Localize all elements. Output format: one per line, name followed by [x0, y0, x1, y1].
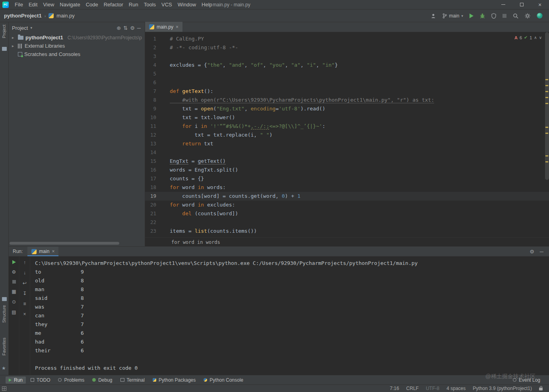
code-line[interactable]: counts = {} — [170, 174, 549, 183]
line-number[interactable]: 9 — [145, 104, 170, 113]
collapse-all-button[interactable]: ⇅ — [123, 25, 128, 31]
line-number[interactable]: 13 — [145, 139, 170, 148]
run-tab-main[interactable]: main × — [27, 247, 58, 256]
chevron-down-icon[interactable]: ▾ — [30, 26, 32, 30]
code-line[interactable]: # -*- coding:utf-8 -*- — [170, 43, 549, 52]
lock-icon[interactable] — [539, 388, 543, 390]
structure-tool-icon[interactable] — [2, 297, 7, 301]
next-problem-button[interactable]: ∨ — [539, 35, 542, 40]
expand-arrow-icon[interactable]: ▸ — [12, 44, 16, 48]
hide-run-panel-button[interactable]: ─ — [540, 249, 543, 255]
print-icon[interactable]: ▤ — [12, 310, 16, 315]
menu-vcs[interactable]: VCS — [159, 1, 175, 8]
menu-navigate[interactable]: Navigate — [57, 1, 83, 8]
line-number[interactable]: 22 — [145, 218, 170, 227]
profile-icon[interactable] — [431, 13, 436, 19]
down-stack-icon[interactable]: ↓ — [23, 270, 26, 275]
code-line[interactable] — [170, 70, 549, 78]
line-number[interactable]: 7 — [145, 87, 170, 96]
editor-scrollbar[interactable] — [545, 32, 549, 180]
context-line[interactable]: for word in words — [171, 239, 220, 245]
line-number[interactable]: 15 — [145, 157, 170, 166]
toolbar-terminal-button[interactable]: Terminal — [117, 377, 148, 384]
line-number[interactable]: 1 — [145, 35, 170, 43]
close-tab-icon[interactable]: × — [52, 249, 54, 254]
line-number[interactable]: 18 — [145, 183, 170, 192]
stop-button[interactable] — [502, 14, 506, 18]
editor-gutter[interactable]: 1234567891011121314151617181920212223 — [145, 32, 170, 238]
breadcrumb-project[interactable]: pythonProject1 — [4, 13, 42, 19]
code-line[interactable]: txt = txt.replace(i, " ") — [170, 131, 549, 139]
toolbar-debug-button[interactable]: Debug — [89, 377, 115, 384]
code-line[interactable] — [170, 78, 549, 87]
line-number[interactable]: 17 — [145, 174, 170, 183]
close-tab-icon[interactable]: × — [176, 24, 178, 30]
code-line[interactable]: # CalEng.PY — [170, 35, 549, 43]
inspections-widget[interactable]: A 6 ✔ 1 ∧ ∨ — [514, 35, 542, 40]
favorites-star-icon[interactable]: ★ — [2, 365, 6, 371]
debug-button[interactable] — [480, 13, 485, 19]
line-number[interactable]: 8 — [145, 96, 170, 104]
line-number[interactable]: 5 — [145, 70, 170, 78]
code-line[interactable]: excludes = {"the", "and", "of", "you", "… — [170, 61, 549, 70]
line-number[interactable]: 23 — [145, 227, 170, 236]
toolbar-todo-button[interactable]: TODO — [27, 377, 53, 384]
code-line[interactable]: words = EngTxt.split() — [170, 166, 549, 174]
run-settings-gear-icon[interactable]: ⚙ — [530, 249, 534, 255]
tree-item-project-root[interactable]: ▸ pythonProject1 C:\Users\92930\PycharmP… — [9, 33, 145, 42]
toolbar-python-console-button[interactable]: Python Console — [200, 377, 246, 384]
code-line[interactable]: EngTxt = getText() — [170, 157, 549, 166]
python-interpreter[interactable]: Python 3.9 (pythonProject1) — [473, 386, 532, 391]
soft-wrap-icon[interactable]: ↩ — [23, 281, 27, 286]
expand-arrow-icon[interactable]: ▸ — [12, 35, 16, 40]
run-settings-icon[interactable]: ⚙ — [12, 270, 16, 274]
restore-layout-icon[interactable]: ▦ — [12, 289, 16, 294]
code-with-me-icon[interactable] — [537, 13, 543, 19]
menu-code[interactable]: Code — [83, 1, 101, 8]
line-number[interactable]: 14 — [145, 148, 170, 157]
menu-refactor[interactable]: Refactor — [101, 1, 126, 8]
code-line[interactable]: def getText(): — [170, 87, 549, 96]
favorites-tool-button[interactable]: Favorites — [2, 338, 6, 355]
menu-file[interactable]: File — [12, 1, 26, 8]
tree-item-external-libraries[interactable]: ▸ External Libraries — [9, 42, 145, 50]
code-line[interactable]: del (counts[word]) — [170, 209, 549, 218]
structure-tool-button[interactable]: Structure — [2, 305, 6, 323]
minimize-button[interactable] — [494, 0, 512, 9]
close-button[interactable]: × — [531, 0, 549, 9]
project-panel-title[interactable]: Project — [12, 25, 28, 31]
line-number[interactable]: 4 — [145, 61, 170, 70]
code-line[interactable]: for word in words: — [170, 183, 549, 192]
project-tool-icon[interactable] — [2, 47, 7, 51]
hide-panel-button[interactable]: ─ — [137, 25, 141, 31]
line-number[interactable]: 11 — [145, 122, 170, 131]
code-line[interactable]: #with open(r"C:\Users\92930\PycharmProje… — [170, 96, 549, 104]
file-encoding[interactable]: UTF-8 — [426, 386, 439, 391]
line-number[interactable]: 21 — [145, 209, 170, 218]
tree-item-scratches[interactable]: Scratches and Consoles — [9, 50, 145, 58]
line-separator[interactable]: CRLF — [406, 386, 419, 391]
caret-position[interactable]: 7:16 — [390, 386, 399, 391]
toolbar-run-button[interactable]: Run — [6, 377, 26, 384]
up-stack-icon[interactable]: ↑ — [23, 260, 26, 265]
editor-tab-main-py[interactable]: main.py × — [145, 22, 182, 32]
toolwindow-switcher-icon[interactable] — [2, 386, 6, 391]
project-hscrollbar[interactable] — [10, 242, 119, 245]
maximize-button[interactable] — [512, 0, 531, 9]
code-line[interactable]: counts[word] = counts.get(word, 0) + 1 — [170, 192, 549, 201]
indent-setting[interactable]: 4 spaces — [446, 386, 466, 391]
code-line[interactable]: return txt — [170, 139, 549, 148]
line-number[interactable]: 20 — [145, 201, 170, 209]
locate-file-button[interactable]: ⊕ — [116, 25, 121, 31]
code-line[interactable]: txt = txt.lower() — [170, 113, 549, 122]
menu-run[interactable]: Run — [126, 1, 141, 8]
previous-problem-button[interactable]: ∧ — [534, 35, 537, 40]
menu-tools[interactable]: Tools — [141, 1, 159, 8]
rerun-button[interactable] — [12, 260, 16, 264]
stop-process-button[interactable] — [12, 280, 16, 284]
code-line[interactable] — [170, 148, 549, 157]
panel-settings-gear-icon[interactable]: ⚙ — [130, 25, 135, 31]
search-everywhere-icon[interactable] — [513, 13, 518, 19]
menu-view[interactable]: View — [40, 1, 57, 8]
code-line[interactable] — [170, 52, 549, 61]
